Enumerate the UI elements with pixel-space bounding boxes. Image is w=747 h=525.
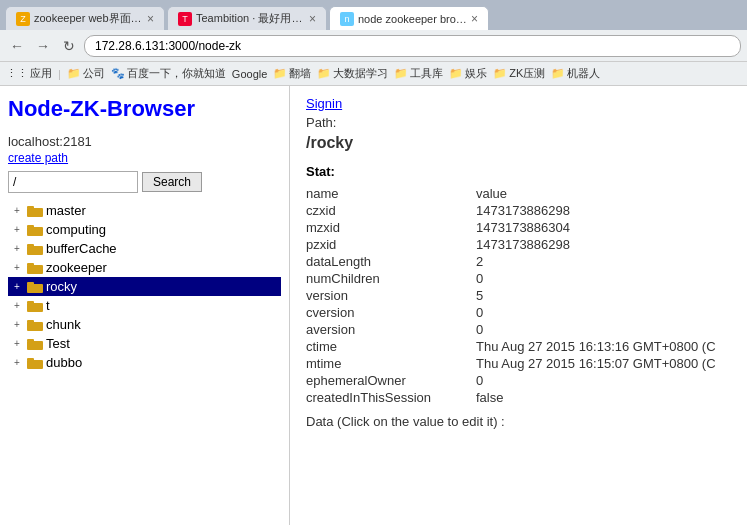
bookmark-tools[interactable]: 📁 工具库 (394, 66, 443, 81)
tree-item-Test[interactable]: + Test (8, 334, 281, 353)
folder-icon-robot: 📁 (551, 67, 565, 80)
bookmark-fanqiang[interactable]: 📁 翻墙 (273, 66, 311, 81)
browser-chrome: Z zookeeper web界面查看... × T Teambition · … (0, 0, 747, 525)
bookmarks-bar: ⋮⋮ 应用 | 📁 公司 🐾 百度一下，你就知道 Google 📁 翻墙 📁 大… (0, 62, 747, 86)
bookmark-company[interactable]: 📁 公司 (67, 66, 105, 81)
stat-value[interactable]: Thu Aug 27 2015 16:13:16 GMT+0800 (C (446, 338, 716, 355)
path-search-row: Search (8, 171, 281, 193)
svg-rect-0 (27, 208, 43, 217)
page-content: Node-ZK-Browser localhost:2181 create pa… (0, 86, 747, 525)
toggle-dubbo: + (10, 356, 24, 370)
bookmark-zk[interactable]: 📁 ZK压测 (493, 66, 545, 81)
tree-item-computing[interactable]: + computing (8, 220, 281, 239)
stat-value[interactable]: 0 (446, 304, 716, 321)
stat-row[interactable]: aversion0 (306, 321, 716, 338)
sidebar-title[interactable]: Node-ZK-Browser (8, 96, 281, 122)
svg-rect-15 (27, 339, 34, 342)
tree-item-dubbo[interactable]: + dubbo (8, 353, 281, 372)
stat-row[interactable]: dataLength2 (306, 253, 716, 270)
toggle-master: + (10, 204, 24, 218)
stat-row[interactable]: ctimeThu Aug 27 2015 16:13:16 GMT+0800 (… (306, 338, 716, 355)
tree: + master + computing + (8, 201, 281, 372)
bookmark-google-label: Google (232, 68, 267, 80)
tree-item-zookeeper[interactable]: + zookeeper (8, 258, 281, 277)
stat-name: aversion (306, 321, 446, 338)
forward-button[interactable]: → (32, 35, 54, 57)
stat-row: namevalue (306, 185, 716, 202)
stat-row[interactable]: mzxid1473173886304 (306, 219, 716, 236)
path-label: Path: (306, 115, 731, 130)
stat-row[interactable]: mtimeThu Aug 27 2015 16:15:07 GMT+0800 (… (306, 355, 716, 372)
stat-name: ephemeralOwner (306, 372, 446, 389)
tree-item-t[interactable]: + t (8, 296, 281, 315)
path-input[interactable] (8, 171, 138, 193)
stat-value[interactable]: 0 (446, 372, 716, 389)
tree-item-master[interactable]: + master (8, 201, 281, 220)
create-path-link[interactable]: create path (8, 151, 281, 165)
tab-teambition[interactable]: T Teambition · 最好用的团... × (167, 6, 327, 30)
stat-value[interactable]: 2 (446, 253, 716, 270)
svg-rect-8 (27, 284, 43, 293)
stat-value[interactable]: false (446, 389, 716, 406)
stat-value[interactable]: Thu Aug 27 2015 16:15:07 GMT+0800 (C (446, 355, 716, 372)
tab-icon-2: T (178, 12, 192, 26)
stat-row[interactable]: version5 (306, 287, 716, 304)
tree-item-bufferCache[interactable]: + bufferCache (8, 239, 281, 258)
stat-row[interactable]: pzxid1473173886298 (306, 236, 716, 253)
stat-row[interactable]: createdInThisSessionfalse (306, 389, 716, 406)
tab-zookeeper[interactable]: Z zookeeper web界面查看... × (5, 6, 165, 30)
stat-value[interactable]: 1473173886298 (446, 236, 716, 253)
reload-button[interactable]: ↻ (58, 35, 80, 57)
tree-item-rocky[interactable]: + rocky (8, 277, 281, 296)
folder-icon-yl: 📁 (449, 67, 463, 80)
stat-value[interactable]: 1473173886298 (446, 202, 716, 219)
stat-table: namevalueczxid1473173886298mzxid14731738… (306, 185, 716, 406)
stat-name: name (306, 185, 446, 202)
stat-row[interactable]: numChildren0 (306, 270, 716, 287)
signin-link[interactable]: Signin (306, 96, 342, 111)
search-button[interactable]: Search (142, 172, 202, 192)
stat-value[interactable]: 5 (446, 287, 716, 304)
stat-name: cversion (306, 304, 446, 321)
folder-icon-master (27, 205, 43, 217)
tab-label-3: node zookeeper browse... (358, 13, 467, 25)
right-panel: Signin Path: /rocky Stat: namevalueczxid… (290, 86, 747, 525)
stat-row[interactable]: cversion0 (306, 304, 716, 321)
bookmark-bigdata[interactable]: 📁 大数据学习 (317, 66, 388, 81)
bookmark-yl[interactable]: 📁 娱乐 (449, 66, 487, 81)
bookmark-apps[interactable]: ⋮⋮ 应用 (6, 66, 52, 81)
tab-close-2[interactable]: × (309, 12, 316, 26)
bookmark-company-label: 公司 (83, 66, 105, 81)
bookmark-yl-label: 娱乐 (465, 66, 487, 81)
bookmark-google[interactable]: Google (232, 68, 267, 80)
stat-row[interactable]: czxid1473173886298 (306, 202, 716, 219)
stat-row[interactable]: ephemeralOwner0 (306, 372, 716, 389)
bookmark-fanqiang-label: 翻墙 (289, 66, 311, 81)
stat-value[interactable]: 1473173886304 (446, 219, 716, 236)
bookmark-robot[interactable]: 📁 机器人 (551, 66, 600, 81)
svg-rect-4 (27, 246, 43, 255)
toggle-rocky: + (10, 280, 24, 294)
svg-rect-13 (27, 320, 34, 323)
folder-icon-dubbo (27, 357, 43, 369)
svg-rect-7 (27, 263, 34, 266)
svg-rect-6 (27, 265, 43, 274)
tab-close-3[interactable]: × (471, 12, 478, 26)
toggle-chunk: + (10, 318, 24, 332)
tab-icon-3: n (340, 12, 354, 26)
tree-label-chunk: chunk (46, 317, 81, 332)
tab-node-zk[interactable]: n node zookeeper browse... × (329, 6, 489, 30)
baidu-icon: 🐾 (111, 67, 125, 80)
folder-icon-computing (27, 224, 43, 236)
back-button[interactable]: ← (6, 35, 28, 57)
tree-label-dubbo: dubbo (46, 355, 82, 370)
stat-value[interactable]: 0 (446, 321, 716, 338)
tab-close-1[interactable]: × (147, 12, 154, 26)
tree-item-chunk[interactable]: + chunk (8, 315, 281, 334)
toggle-t: + (10, 299, 24, 313)
toggle-bufferCache: + (10, 242, 24, 256)
address-input[interactable] (84, 35, 741, 57)
stat-value[interactable]: 0 (446, 270, 716, 287)
sidebar: Node-ZK-Browser localhost:2181 create pa… (0, 86, 290, 525)
bookmark-baidu[interactable]: 🐾 百度一下，你就知道 (111, 66, 226, 81)
